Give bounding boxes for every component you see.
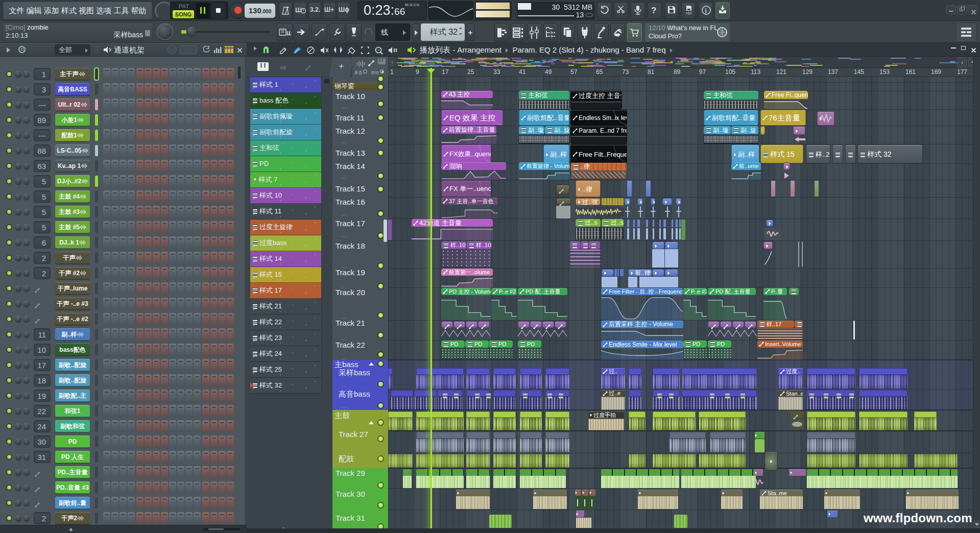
svg-text:i: i [705,7,707,14]
svg-text:Ш: Ш [286,30,291,36]
svg-text:Шϕ: Шϕ [339,6,349,13]
svg-text:3.2.:: 3.2.: [310,6,321,13]
svg-text:?: ? [651,6,656,15]
svg-text:Ш+: Ш+ [324,6,334,13]
